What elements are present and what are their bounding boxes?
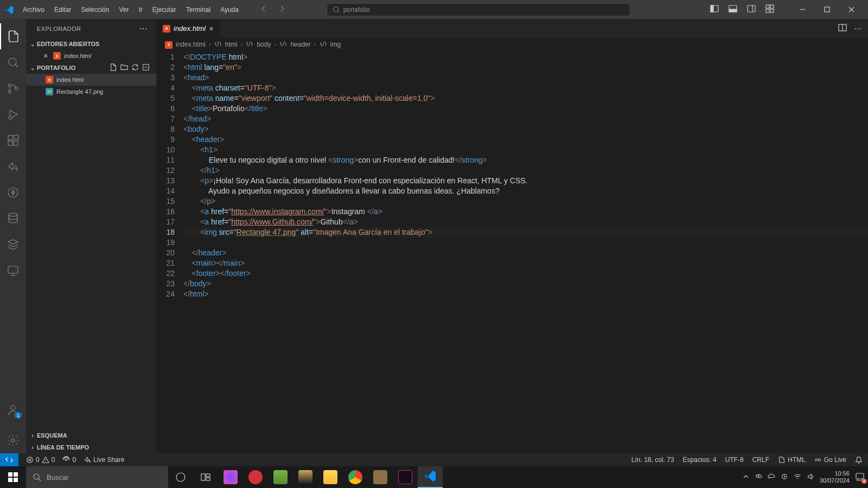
menu-ejecutar[interactable]: Ejecutar xyxy=(148,4,181,16)
tray-wifi-icon[interactable] xyxy=(794,473,801,481)
ports-status[interactable]: 0 xyxy=(62,456,76,464)
code-line[interactable]: <a href="https://www.Github.com/">Github… xyxy=(183,217,868,227)
code-line[interactable]: <head> xyxy=(183,73,868,83)
toggle-primary-sidebar-icon[interactable] xyxy=(710,4,719,15)
database-tab[interactable] xyxy=(0,206,26,232)
menu-ver[interactable]: Ver xyxy=(114,4,133,16)
command-center[interactable]: portafolio xyxy=(327,3,630,16)
tray-onedrive-icon[interactable] xyxy=(768,473,775,481)
stack-tab[interactable] xyxy=(0,232,26,258)
code-editor[interactable]: 123456789101112131415161718192021222324 … xyxy=(156,51,868,453)
code-line[interactable]: <!DOCTYPE html> xyxy=(183,52,868,62)
split-editor-icon[interactable] xyxy=(838,23,847,34)
explorer-tab[interactable] xyxy=(0,23,26,49)
tray-weather-icon[interactable] xyxy=(755,473,762,481)
folder-section[interactable]: ⌄ PORTAFOLIO xyxy=(26,62,156,74)
code-line[interactable]: <h1> xyxy=(183,145,868,155)
breadcrumb-item[interactable]: body xyxy=(257,41,271,48)
code-line[interactable]: </header> xyxy=(183,248,868,258)
breadcrumb-item[interactable]: index.html xyxy=(176,41,206,48)
settings-tab[interactable] xyxy=(0,427,26,453)
tray-volume-icon[interactable] xyxy=(807,473,814,481)
code-line[interactable]: <p>¡Hola! Soy Ana García, desarrolladora… xyxy=(183,176,868,186)
notifications-icon[interactable] xyxy=(855,456,863,464)
sidebar-more-icon[interactable]: ⋯ xyxy=(139,23,148,34)
code-line[interactable]: <body> xyxy=(183,124,868,134)
code-line[interactable]: <a href="https://www.instagram.com/">Ins… xyxy=(183,207,868,217)
notifications-tray-icon[interactable]: 4 xyxy=(855,472,865,483)
taskbar-search[interactable]: Buscar xyxy=(26,466,168,488)
code-line[interactable]: <meta charset="UTF-8"> xyxy=(183,83,868,93)
toggle-panel-icon[interactable] xyxy=(729,4,737,15)
maximize-button[interactable] xyxy=(815,2,839,18)
code-line[interactable]: <meta name="viewport" content="width=dev… xyxy=(183,93,868,104)
language-status[interactable]: HTML xyxy=(778,456,806,464)
timeline-section[interactable]: › LÍNEA DE TIEMPO xyxy=(26,441,156,453)
toggle-secondary-sidebar-icon[interactable] xyxy=(747,4,756,15)
breadcrumb-item[interactable]: img xyxy=(330,41,341,48)
live-share-status[interactable]: Live Share xyxy=(84,456,124,464)
new-folder-icon[interactable] xyxy=(120,63,128,72)
search-tab[interactable] xyxy=(0,49,26,75)
start-button[interactable] xyxy=(0,466,26,488)
code-line[interactable]: </html> xyxy=(183,289,868,299)
chrome-icon[interactable] xyxy=(343,466,368,488)
menu-ayuda[interactable]: Ayuda xyxy=(216,4,243,16)
menu-selección[interactable]: Selección xyxy=(76,4,113,16)
open-editors-section[interactable]: ⌄ EDITORES ABIERTOS xyxy=(26,38,156,50)
remote-indicator[interactable] xyxy=(0,453,18,466)
file-item[interactable]: 5index.html xyxy=(26,74,156,86)
file-explorer-icon[interactable] xyxy=(318,466,343,488)
cursor-position[interactable]: Lín. 18, col. 73 xyxy=(631,456,674,464)
app-5[interactable] xyxy=(368,466,393,488)
go-live-status[interactable]: Go Live xyxy=(814,456,846,464)
outline-section[interactable]: › ESQUEMA xyxy=(26,429,156,441)
vscode-taskbar-icon[interactable] xyxy=(418,466,443,488)
problems-status[interactable]: 0 0 xyxy=(26,456,55,464)
breadcrumb-item[interactable]: html xyxy=(225,41,238,48)
breadcrumb-item[interactable]: header xyxy=(290,41,310,48)
app-3[interactable] xyxy=(268,466,293,488)
app-2[interactable] xyxy=(243,466,268,488)
nav-back-icon[interactable] xyxy=(259,4,268,15)
new-file-icon[interactable] xyxy=(110,63,117,72)
menu-editar[interactable]: Editar xyxy=(50,4,75,16)
code-line[interactable]: <img src="Rectangle 47.png" alt="Imagen … xyxy=(183,227,868,237)
customize-layout-icon[interactable] xyxy=(765,4,774,15)
tab-index-html[interactable]: 5 index.html × xyxy=(156,19,220,38)
code-line[interactable]: </h1> xyxy=(183,165,868,176)
menu-terminal[interactable]: Terminal xyxy=(182,4,215,16)
code-line[interactable]: Eleve tu negocio digital a otro nivel <s… xyxy=(183,155,868,165)
code-line[interactable]: Ayudo a pequeños negocios y diseñadores … xyxy=(183,186,868,196)
code-line[interactable]: <html lang="en"> xyxy=(183,62,868,73)
indentation-status[interactable]: Espacios: 4 xyxy=(683,456,717,464)
menu-ir[interactable]: Ir xyxy=(134,4,146,16)
remote-tab[interactable] xyxy=(0,258,26,284)
file-item[interactable]: Rectangle 47.png xyxy=(26,86,156,98)
thunder-tab[interactable] xyxy=(0,179,26,206)
accounts-tab[interactable]: 1 xyxy=(0,397,26,423)
code-line[interactable] xyxy=(183,237,868,248)
clock[interactable]: 10:56 30/07/2024 xyxy=(820,470,850,484)
app-6[interactable] xyxy=(393,466,418,488)
run-debug-tab[interactable] xyxy=(0,101,26,127)
code-line[interactable]: </p> xyxy=(183,196,868,207)
tray-location-icon[interactable] xyxy=(781,473,788,481)
close-tab-icon[interactable]: × xyxy=(209,24,213,33)
more-actions-icon[interactable]: ⋯ xyxy=(854,24,861,33)
close-icon[interactable]: × xyxy=(41,52,50,60)
app-1[interactable] xyxy=(218,466,243,488)
extensions-tab[interactable] xyxy=(0,127,26,153)
live-share-tab[interactable] xyxy=(0,153,26,179)
app-4[interactable] xyxy=(293,466,318,488)
refresh-icon[interactable] xyxy=(131,63,139,72)
collapse-icon[interactable] xyxy=(142,63,150,72)
source-control-tab[interactable] xyxy=(0,75,26,101)
eol-status[interactable]: CRLF xyxy=(752,456,769,464)
minimize-button[interactable] xyxy=(790,2,815,18)
close-button[interactable] xyxy=(839,2,864,18)
task-view-icon[interactable] xyxy=(168,466,193,488)
tray-chevron-icon[interactable] xyxy=(743,473,749,481)
code-line[interactable]: <footer></footer> xyxy=(183,268,868,279)
code-line[interactable]: </body> xyxy=(183,279,868,289)
